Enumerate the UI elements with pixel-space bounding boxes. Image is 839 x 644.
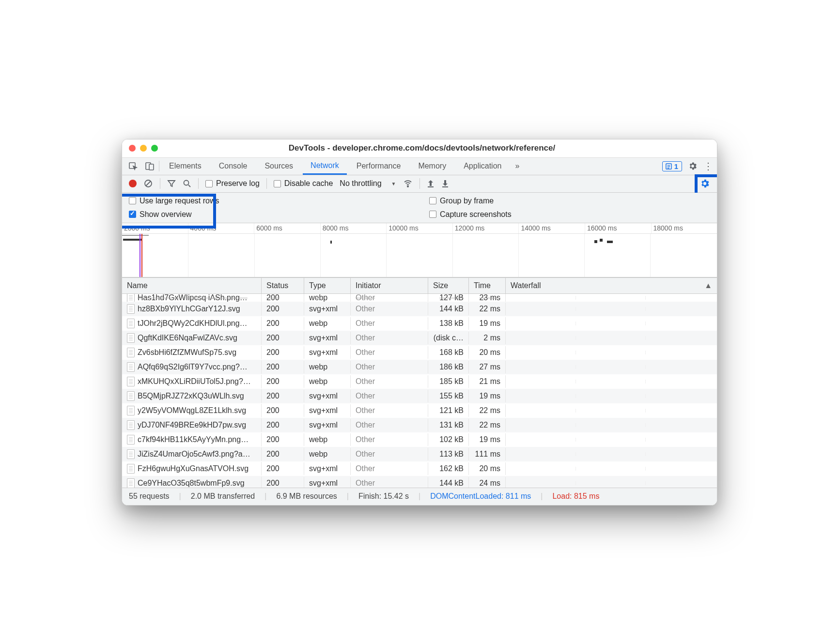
table-row[interactable]: Ce9YHacO35q8t5wbmFp9.svg200svg+xmlOther1… (122, 476, 717, 488)
request-size: 138 kB (428, 317, 469, 330)
device-toggle-icon[interactable] (144, 161, 155, 171)
col-type[interactable]: Type (304, 278, 351, 293)
table-row[interactable]: c7kf94kHB11kK5AyYyMn.png…200webpOther102… (122, 432, 717, 447)
col-time[interactable]: Time (469, 278, 506, 293)
disable-cache-checkbox[interactable]: Disable cache (274, 179, 333, 188)
request-size: 186 kB (428, 361, 469, 373)
inspect-icon[interactable] (128, 161, 139, 171)
table-row[interactable]: JiZisZ4UmarOjo5cAwf3.png?a…200webpOther1… (122, 447, 717, 461)
preserve-log-checkbox[interactable]: Preserve log (205, 179, 260, 188)
requests-count: 55 requests (129, 492, 170, 501)
large-rows-label: Use large request rows (140, 197, 219, 205)
table-row[interactable]: yDJ70NF49BREe9kHD7pw.svg200svg+xmlOther1… (122, 418, 717, 432)
settings-gear-icon[interactable] (688, 161, 698, 171)
minimize-window-button[interactable] (140, 145, 147, 152)
filter-icon[interactable] (167, 179, 176, 188)
table-row[interactable]: y2W5yVOMWqgL8ZE1Lklh.svg200svg+xmlOther1… (122, 403, 717, 418)
throttling-select[interactable]: No throttling ▼ (340, 179, 396, 188)
divider (266, 178, 267, 189)
request-size: 155 kB (428, 390, 469, 402)
divider (159, 161, 159, 171)
checkbox-icon (429, 197, 436, 204)
tab-performance[interactable]: Performance (349, 158, 409, 175)
svg-rect-8 (442, 186, 448, 187)
table-row[interactable]: hz8BXb9YlYLhCGarY12J.svg200svg+xmlOther1… (122, 302, 717, 316)
divider (420, 178, 420, 189)
table-row[interactable]: B5QMjpRJZ72xKQ3uWLlh.svg200svg+xmlOther1… (122, 389, 717, 403)
download-har-icon[interactable] (441, 179, 449, 188)
svg-point-5 (184, 181, 189, 185)
timeline-mark (607, 241, 613, 243)
table-row[interactable]: FzH6gwuHgXuGnasATVOH.svg200svg+xmlOther1… (122, 461, 717, 476)
tabs-overflow[interactable]: » (511, 158, 523, 175)
tick-label: 12000 ms (452, 223, 519, 233)
timeline-ruler[interactable]: 2000 ms 4000 ms 6000 ms 8000 ms 10000 ms… (122, 223, 717, 234)
col-name[interactable]: Name (122, 278, 262, 293)
request-type: svg+xml (304, 419, 351, 431)
window-title: DevTools - developer.chrome.com/docs/dev… (158, 143, 710, 153)
col-initiator[interactable]: Initiator (351, 278, 428, 293)
checkbox-icon (274, 180, 281, 187)
upload-har-icon[interactable] (427, 179, 435, 188)
col-size[interactable]: Size (428, 278, 469, 293)
request-time: 111 ms (469, 448, 506, 460)
request-status: 200 (262, 419, 304, 431)
disable-cache-label: Disable cache (284, 179, 333, 188)
group-by-frame-checkbox[interactable]: Group by frame (429, 197, 710, 205)
request-status: 200 (262, 303, 304, 315)
table-row[interactable]: Has1hd7GxWIipcsq iASh.png… 200 webp Othe… (122, 294, 717, 302)
request-type: svg+xml (304, 462, 351, 475)
col-status[interactable]: Status (262, 278, 304, 293)
request-size: 168 kB (428, 346, 469, 359)
table-row[interactable]: Zv6sbHi6fZfZMWufSp75.svg200svg+xmlOther1… (122, 345, 717, 360)
more-menu-icon[interactable]: ⋮ (703, 161, 713, 171)
record-button[interactable] (129, 180, 137, 187)
file-icon (127, 294, 135, 302)
issues-icon (665, 163, 672, 170)
show-overview-checkbox[interactable]: Show overview (129, 210, 410, 219)
request-status: 200 (262, 462, 304, 475)
network-table-body: Has1hd7GxWIipcsq iASh.png… 200 webp Othe… (122, 294, 717, 488)
maximize-window-button[interactable] (151, 145, 158, 152)
close-window-button[interactable] (129, 145, 136, 152)
col-waterfall[interactable]: Waterfall ▲ (506, 278, 717, 293)
table-row[interactable]: AQfq69qS2Ig6lT9Y7vcc.png?…200webpOther18… (122, 360, 717, 374)
request-name: tJOhr2jBQWy2CdKHDlUl.png… (138, 319, 248, 328)
table-row[interactable]: xMKUHQxXLiRDiiUTol5J.png?…200webpOther18… (122, 374, 717, 389)
issues-badge[interactable]: 1 (662, 161, 682, 171)
table-row[interactable]: tJOhr2jBQWy2CdKHDlUl.png…200webpOther138… (122, 316, 717, 331)
tab-memory[interactable]: Memory (410, 158, 454, 175)
request-time: 19 ms (469, 390, 506, 402)
tab-application[interactable]: Application (456, 158, 509, 175)
request-status: 200 (262, 332, 304, 344)
network-settings-gear-icon[interactable] (699, 178, 710, 189)
request-name: Zv6sbHi6fZfZMWufSp75.svg (138, 348, 236, 357)
checkbox-icon (129, 211, 136, 218)
table-row[interactable]: QgftKdIKE6NqaFwlZAVc.svg200svg+xmlOther(… (122, 331, 717, 345)
request-name: y2W5yVOMWqgL8ZE1Lklh.svg (138, 406, 246, 415)
capture-screenshots-checkbox[interactable]: Capture screenshots (429, 210, 710, 219)
large-rows-checkbox[interactable]: Use large request rows (129, 197, 410, 205)
search-icon[interactable] (183, 179, 191, 188)
request-waterfall (506, 380, 717, 383)
timeline-mark (600, 239, 603, 242)
request-size: 102 kB (428, 433, 469, 446)
request-type: svg+xml (304, 390, 351, 402)
tab-network[interactable]: Network (303, 158, 347, 175)
tab-sources[interactable]: Sources (257, 158, 301, 175)
request-status: 200 (262, 390, 304, 402)
tab-console[interactable]: Console (211, 158, 255, 175)
request-name: AQfq69qS2Ig6lT9Y7vcc.png?… (138, 363, 248, 371)
request-time: 27 ms (469, 361, 506, 373)
tab-elements[interactable]: Elements (161, 158, 209, 175)
request-name: hz8BXb9YlYLhCGarY12J.svg (138, 305, 240, 313)
request-type: svg+xml (304, 346, 351, 359)
clear-icon[interactable] (143, 179, 153, 188)
request-status: 200 (262, 477, 304, 488)
file-icon (127, 319, 135, 328)
tick-label: 18000 ms (651, 223, 717, 233)
request-status: 200 (262, 448, 304, 460)
dcl-time: DOMContentLoaded: 811 ms (430, 492, 531, 501)
timeline-overview[interactable] (122, 234, 717, 277)
network-conditions-icon[interactable] (403, 179, 413, 188)
